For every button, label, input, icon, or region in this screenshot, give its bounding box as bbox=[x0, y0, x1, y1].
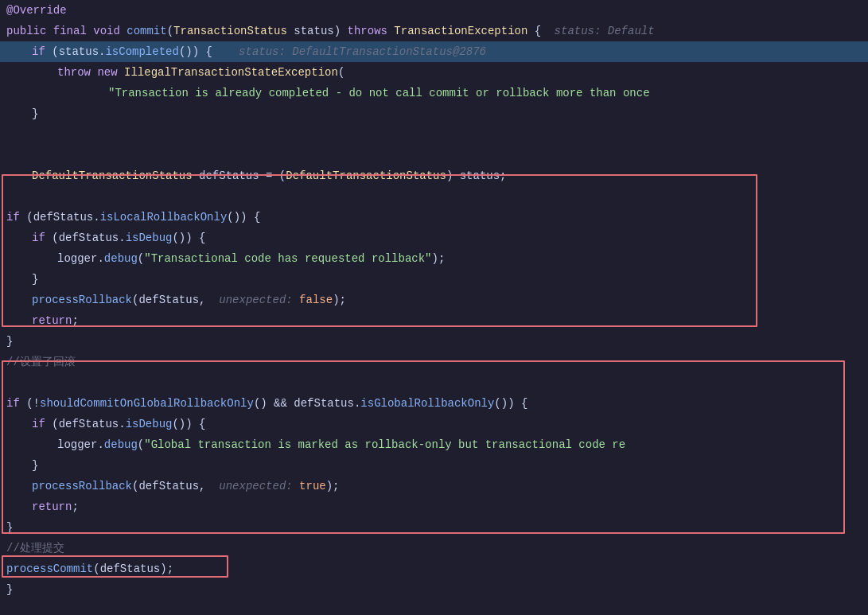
code-line-if-debug-2: if ( defStatus . isDebug ()) { bbox=[0, 414, 868, 434]
string-transaction: "Transaction is already bbox=[108, 87, 269, 99]
param-name: status bbox=[287, 25, 334, 37]
code-line-comment-rollback: //设置了回滚 bbox=[0, 352, 868, 372]
var-defstatus-5: defStatus bbox=[59, 418, 119, 430]
paren-pr2: ( bbox=[132, 480, 138, 492]
paren-open-2: ( bbox=[338, 66, 344, 79]
parens-global2: ()) { bbox=[494, 397, 527, 410]
string-once: once bbox=[623, 87, 650, 99]
kw-return-2: return bbox=[32, 500, 72, 513]
code-line-1: @Override bbox=[0, 0, 868, 21]
paren-global: (! bbox=[26, 397, 40, 410]
code-line-2: public final void commit ( TransactionSt… bbox=[0, 21, 868, 41]
dot-5: . bbox=[119, 418, 125, 430]
code-line-processrollback-false: processRollback ( defStatus , unexpected… bbox=[0, 290, 868, 310]
var-logger-1: logger bbox=[57, 252, 97, 265]
method-debug-1: debug bbox=[104, 252, 138, 265]
kw-throw: throw bbox=[57, 66, 97, 79]
kw-if-global: if bbox=[6, 397, 26, 410]
semi-return2: ; bbox=[72, 500, 78, 513]
method-isCompleted: isCompleted bbox=[105, 45, 178, 58]
method-processrollback-2: processRollback bbox=[32, 480, 132, 492]
paren-debug1: ( bbox=[52, 232, 58, 244]
semi-return1: ; bbox=[72, 314, 78, 327]
paren-str1: ( bbox=[138, 252, 144, 265]
parens-global1: () && bbox=[254, 397, 294, 410]
var-defstatus-3: defStatus bbox=[138, 294, 199, 306]
comment-commit-text: //处理提交 bbox=[6, 541, 64, 555]
paren-pr1: ( bbox=[132, 294, 138, 306]
var-defstatus-2: defStatus bbox=[59, 232, 119, 244]
var-logger-2: logger bbox=[57, 438, 97, 451]
paren-pc: ( bbox=[93, 562, 99, 575]
semi1: ); bbox=[432, 252, 446, 265]
param-hint-default: status: DefaultTransactionStatus@2876 bbox=[225, 45, 486, 58]
kw-if-debug1: if bbox=[32, 232, 52, 244]
code-line-logger-global: logger . debug ( "Global transaction is … bbox=[0, 434, 868, 455]
var-status: status bbox=[59, 45, 99, 58]
code-line-4: throw new IllegalTransactionStateExcepti… bbox=[0, 62, 868, 83]
kw-final: final bbox=[53, 25, 93, 37]
cast-close: ) status; bbox=[446, 169, 507, 182]
code-line-processrollback-true: processRollback ( defStatus , unexpected… bbox=[0, 476, 868, 496]
code-line-6: } bbox=[0, 103, 868, 124]
dot-3: . bbox=[97, 252, 103, 265]
annotation: @Override bbox=[6, 4, 67, 17]
kw-if-debug2: if bbox=[32, 418, 52, 430]
code-line-return-1: return ; bbox=[0, 310, 868, 331]
code-line-logger-rollback: logger . debug ( "Transactional code has… bbox=[0, 248, 868, 269]
code-editor: @Override public final void commit ( Tra… bbox=[0, 0, 868, 615]
kw-throws: throws bbox=[348, 25, 395, 37]
dot-2: . bbox=[119, 232, 125, 244]
brace-open: { bbox=[527, 25, 547, 37]
exception-type: TransactionException bbox=[394, 25, 527, 37]
close-brace-debug1: } bbox=[32, 273, 38, 286]
code-line-5: "Transaction is already completed - do n… bbox=[0, 83, 868, 103]
kw-void: void bbox=[93, 25, 127, 37]
code-line-final-close: } bbox=[0, 579, 868, 600]
var-defstatus-7: defStatus bbox=[100, 562, 161, 575]
param-hint-status: status: Default bbox=[555, 25, 655, 37]
code-line-processcommit: processCommit ( defStatus ); bbox=[0, 559, 868, 579]
dot: . bbox=[99, 45, 105, 58]
paren-debug2: ( bbox=[52, 418, 58, 430]
exception-class: IllegalTransactionStateException bbox=[124, 66, 338, 79]
method-isDebug-1: isDebug bbox=[126, 232, 173, 244]
semi-pc: ); bbox=[160, 562, 173, 575]
var-defstatus: defStatus = ( bbox=[193, 169, 286, 182]
parens-debug2: ()) { bbox=[172, 418, 205, 430]
method-shouldCommit: shouldCommitOnGlobalRollbackOnly bbox=[40, 397, 254, 410]
parens: ()) { bbox=[179, 45, 219, 58]
string-rest: - do not call commit or rollback more th… bbox=[329, 87, 623, 99]
var-defstatus-6: defStatus bbox=[138, 480, 199, 492]
dot-1: . bbox=[93, 211, 99, 224]
parens-debug1: ()) { bbox=[172, 232, 205, 244]
code-line-close-debug1: } bbox=[0, 269, 868, 290]
code-line-comment-commit: //处理提交 bbox=[0, 538, 868, 559]
kw-true: true bbox=[299, 480, 326, 492]
semi-pr1: ); bbox=[333, 294, 346, 306]
code-line-return-2: return ; bbox=[0, 496, 868, 517]
paren: ( bbox=[52, 45, 58, 58]
method-isLocalRollback: isLocalRollbackOnly bbox=[100, 211, 228, 224]
method-commit: commit bbox=[127, 25, 166, 37]
param-type: TransactionStatus bbox=[173, 25, 287, 37]
paren-str2: ( bbox=[138, 438, 144, 451]
code-line-blank3 bbox=[0, 186, 868, 207]
comment-rollback-text: //设置了回滚 bbox=[6, 355, 76, 369]
parens-local: ()) { bbox=[227, 211, 260, 224]
method-debug-2: debug bbox=[104, 438, 138, 451]
final-brace: } bbox=[6, 583, 13, 596]
method-processcommit: processCommit bbox=[6, 562, 93, 575]
code-line-blank4 bbox=[0, 372, 868, 393]
kw-return-1: return bbox=[32, 314, 72, 327]
dot-6: . bbox=[97, 438, 103, 451]
code-line-close-global: } bbox=[0, 517, 868, 538]
code-line-blank2 bbox=[0, 145, 868, 165]
var-defstatus-1: defStatus bbox=[33, 211, 94, 224]
code-line-defstatus: DefaultTransactionStatus defStatus = ( D… bbox=[0, 165, 868, 186]
close-brace-1: } bbox=[32, 107, 38, 120]
paren-open: ( bbox=[167, 25, 173, 37]
method-isDebug-2: isDebug bbox=[126, 418, 173, 430]
kw-if: if bbox=[32, 45, 52, 58]
close-brace-local: } bbox=[6, 335, 13, 348]
